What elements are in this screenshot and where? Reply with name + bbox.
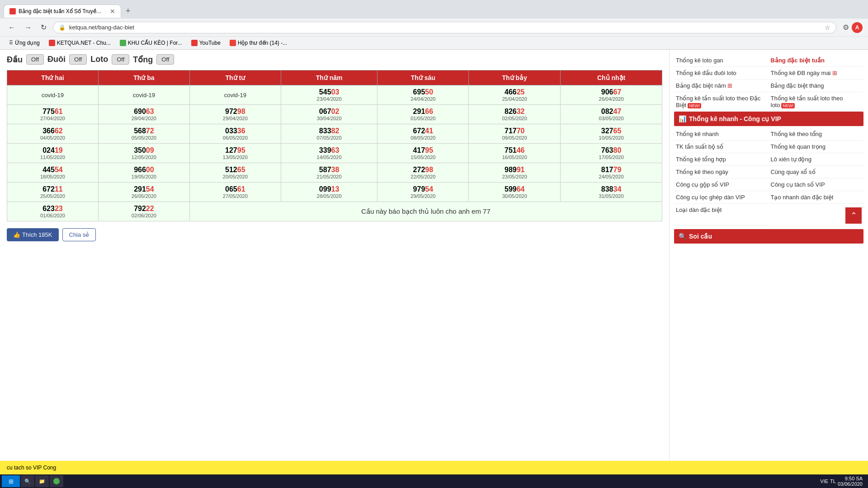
taskbar-tray: VIE TL 9:50 SA 03/06/2020	[816, 476, 866, 487]
table-cell: 4455418/05/2020	[7, 163, 99, 183]
apps-icon: ⠿	[9, 40, 13, 46]
taskbar-time: 9:50 SA	[838, 476, 863, 481]
tab-title: Bảng đặc biệt tuần Xổ Số Truyền...	[19, 8, 104, 14]
table-cell: 6724108/05/2020	[377, 124, 469, 144]
start-button[interactable]: ⊞	[2, 475, 20, 487]
bookmark-youtube[interactable]: YouTube	[188, 38, 224, 47]
bottom-bar: cu tach so VIP Cong	[0, 461, 868, 474]
sidebar-thong-ke-theo-tong[interactable]: Thống kê theo tổng	[769, 128, 864, 141]
forward-button[interactable]: →	[22, 22, 34, 33]
table-cell: 5450323/04/2020	[281, 85, 377, 105]
col-header-thu-bay: Thứ bảy	[469, 70, 561, 85]
youtube-favicon	[191, 40, 198, 46]
scroll-up-button[interactable]: ⌃	[845, 207, 862, 224]
table-cell: Cầu này báo bạch thủ luôn cho anh em 77	[189, 202, 662, 221]
bookmark-mail-label: Hộp thư đến (14) -...	[238, 40, 287, 46]
table-cell: 3396314/05/2020	[281, 144, 377, 163]
bookmark-mail[interactable]: Hộp thư đến (14) -...	[226, 38, 291, 47]
sidebar-thong-ke-theo-ngay[interactable]: Thống kê theo ngày	[674, 166, 769, 178]
sidebar-loai-dan-dac-biet[interactable]: Loại dàn đặc biệt	[674, 204, 769, 225]
taskbar-date: 03/06/2020	[838, 481, 863, 487]
table-cell: 7922202/06/2020	[98, 202, 189, 221]
sidebar-tk-tan-suat-bo-so[interactable]: TK tần suất bộ số	[674, 141, 769, 153]
sidebar-thong-ke-db-ngay-mai[interactable]: Thống kê ĐB ngày mai ⊞	[769, 67, 864, 80]
refresh-button[interactable]: ↻	[38, 21, 49, 33]
search-icon: 🔍	[679, 233, 686, 240]
table-cell: 9899123/05/2020	[469, 163, 561, 183]
col-header-thu-sau: Thứ sáu	[377, 70, 469, 85]
table-cell: 0333606/05/2020	[189, 124, 281, 144]
sidebar-thong-ke-tan-suat-dac-biet[interactable]: Thống kê tần suất loto theo Đặc BiệtNEW!	[674, 92, 769, 112]
sidebar-cong-cu-tach-so-vip[interactable]: Công cụ tách số VIP	[769, 178, 864, 191]
share-button[interactable]: Chia sẻ	[62, 228, 96, 241]
col-header-thu-hai: Thứ hai	[7, 70, 99, 85]
taskbar-search[interactable]: 🔍	[21, 475, 34, 487]
url-text: ketqua.net/bang-dac-biet	[69, 24, 821, 31]
taskbar-file-explorer[interactable]: 📁	[35, 475, 49, 487]
url-bar[interactable]: 🔒 ketqua.net/bang-dac-biet ☆	[53, 22, 836, 33]
sidebar-thong-ke-tong-hop[interactable]: Thống kê tổng hợp	[674, 153, 769, 166]
sidebar-vip-grid: Thống kê nhanh Thống kê theo tổng TK tần…	[674, 128, 863, 225]
header-controls: Đầu Off Đuôi Off Loto Off Tổng Off	[7, 54, 662, 65]
mail-favicon	[230, 40, 236, 46]
bookmark-ketqua[interactable]: KETQUA.NET - Chu...	[45, 38, 114, 47]
tong-label: Tổng	[133, 55, 153, 65]
bottom-marquee-text: cu tach so VIP Cong	[7, 465, 56, 471]
col-header-thu-tu: Thứ tư	[189, 70, 281, 85]
table-cell: 5996430/05/2020	[469, 183, 561, 202]
table-cell: 7638017/05/2020	[561, 144, 662, 163]
table-cell: 9066726/04/2020	[561, 85, 662, 105]
soi-cau-label: Soi cầu	[689, 233, 712, 240]
bookmark-kk-label: KHU CẦU KÈO | For...	[128, 40, 182, 46]
profile-icon[interactable]: A	[852, 22, 863, 33]
sidebar-cong-cu-loc-ghep-dan[interactable]: Công cụ lọc ghép dàn VIP	[674, 191, 769, 204]
table-cell: 8383431/05/2020	[561, 183, 662, 202]
sidebar-bang-dac-biet-thang[interactable]: Bảng đặc biệt tháng	[769, 80, 864, 92]
star-icon[interactable]: ☆	[825, 24, 830, 31]
sidebar-top-grid: Thống kê loto gan Bảng đặc biệt tuần Thố…	[674, 54, 863, 112]
tab-close-button[interactable]: ✕	[110, 8, 115, 15]
table-cell: 4662525/04/2020	[469, 85, 561, 105]
tong-off-button[interactable]: Off	[156, 54, 174, 65]
like-button[interactable]: 👍 Thích 185K	[7, 228, 59, 241]
sidebar-thong-ke-loto-gan[interactable]: Thống kê loto gan	[674, 54, 769, 67]
table-cell: 8338207/05/2020	[281, 124, 377, 144]
table-cell: 7756127/04/2020	[7, 105, 99, 124]
table-cell: 9660019/05/2020	[98, 163, 189, 183]
bookmark-kk[interactable]: KHU CẦU KÈO | For...	[116, 38, 186, 47]
sidebar-thong-ke-nhanh[interactable]: Thống kê nhanh	[674, 128, 769, 141]
dau-off-button[interactable]: Off	[26, 54, 44, 65]
browser-taskbar-icon	[53, 478, 60, 484]
ketqua-favicon	[49, 40, 55, 46]
table-cell: 9729829/04/2020	[189, 105, 281, 124]
sidebar-tao-nhanh-dan-dac-biet[interactable]: Tạo nhanh dàn đặc biệt	[769, 191, 864, 204]
table-cell: 0656127/05/2020	[189, 183, 281, 202]
sidebar-cung-quay-xo-so[interactable]: Cùng quay xổ số	[769, 166, 864, 178]
address-bar: ← → ↻ 🔒 ketqua.net/bang-dac-biet ☆ ⚙ A	[0, 19, 868, 36]
col-header-thu-ba: Thứ ba	[98, 70, 189, 85]
bookmark-apps[interactable]: ⠿ Ứng dụng	[5, 38, 43, 47]
active-tab[interactable]: Bảng đặc biệt tuần Xổ Số Truyền... ✕	[4, 5, 121, 18]
duoi-off-button[interactable]: Off	[69, 54, 87, 65]
sidebar-thong-ke-tan-suat-loto[interactable]: Thống kê tần suất loto theo lotoNEW!	[769, 92, 864, 112]
main-area: Đầu Off Đuôi Off Loto Off Tổng Off Thứ h…	[0, 50, 669, 483]
sidebar-bang-dac-biet-nam[interactable]: Bảng đặc biệt năm ⊞	[674, 80, 769, 92]
loto-off-button[interactable]: Off	[112, 54, 129, 65]
new-tab-button[interactable]: +	[121, 4, 135, 19]
table-cell: covid-19	[189, 85, 281, 105]
sidebar-bang-dac-biet-tuan[interactable]: Bảng đặc biệt tuần	[769, 54, 864, 67]
sidebar-thong-ke-dau-duoi[interactable]: Thống kê đầu đuôi loto	[674, 67, 769, 80]
col-header-chu-nhat: Chủ nhật	[561, 70, 662, 85]
table-cell: 2915426/05/2020	[98, 183, 189, 202]
like-icon: 👍	[13, 231, 20, 238]
browser-chrome: Bảng đặc biệt tuần Xổ Số Truyền... ✕ + ←…	[0, 0, 868, 50]
sidebar-cong-cu-gop-so-vip[interactable]: Công cụ gộp số VIP	[674, 178, 769, 191]
sidebar-lo-xien-tu-dong[interactable]: Lô xiên tự động	[769, 153, 864, 166]
taskbar-browser[interactable]	[50, 475, 63, 487]
table-cell: 6955024/04/2020	[377, 85, 469, 105]
extensions-icon[interactable]: ⚙	[843, 23, 849, 32]
vip-header-label: Thống kê nhanh - Công cụ VIP	[689, 115, 781, 122]
sidebar-thong-ke-quan-trong[interactable]: Thống kê quan trọng	[769, 141, 864, 153]
back-button[interactable]: ←	[5, 22, 18, 33]
table-cell: 8177924/05/2020	[561, 163, 662, 183]
